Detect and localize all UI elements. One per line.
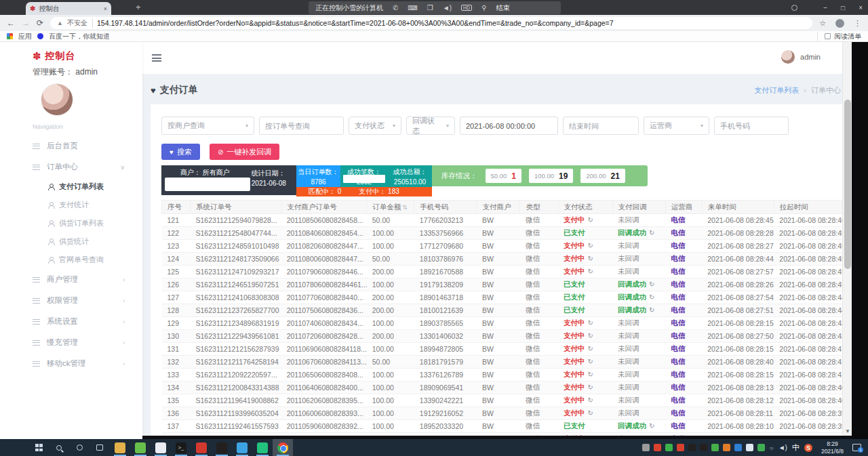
window-maximize-button[interactable]: □ bbox=[841, 4, 845, 12]
reload-button[interactable]: ⟳ bbox=[37, 18, 43, 28]
merchant-filter-select[interactable]: 按商户查询▾ bbox=[161, 117, 254, 135]
taskbar-green-app-button[interactable] bbox=[130, 439, 151, 456]
browser-tab[interactable]: ✽ 控制台 × bbox=[26, 2, 111, 15]
taskbar-terminal-button[interactable]: >_ bbox=[171, 439, 191, 456]
network-icon[interactable]: ⌔ bbox=[770, 444, 774, 452]
apps-grid-icon[interactable] bbox=[7, 33, 13, 39]
sogou-icon[interactable]: S bbox=[804, 444, 812, 452]
new-tab-button[interactable]: + bbox=[136, 2, 141, 12]
refresh-status-icon[interactable]: ↻ bbox=[588, 396, 593, 404]
sidebar-item-order-center[interactable]: 订单中心∨ bbox=[33, 157, 142, 178]
operator-select[interactable]: 运营商▾ bbox=[644, 117, 709, 135]
sidebar-item-merchant-mgmt[interactable]: 商户管理› bbox=[33, 269, 142, 290]
start-time-field[interactable] bbox=[466, 122, 552, 130]
hamburger-menu-icon[interactable] bbox=[152, 54, 161, 62]
sidebar-subitem-supply-order-list[interactable]: 供货订单列表 bbox=[33, 214, 142, 232]
browser-profile-avatar[interactable] bbox=[835, 19, 844, 28]
merchant-stat-input[interactable] bbox=[165, 178, 250, 191]
bookmark-baidu[interactable]: 百度一下，你就知道 bbox=[49, 32, 110, 41]
taskbar-qq-button[interactable] bbox=[212, 439, 232, 456]
back-button[interactable]: ← bbox=[7, 18, 15, 28]
ime-indicator[interactable]: 中 bbox=[792, 442, 800, 453]
resend-callback-button[interactable]: ⊘ 一键补发回调 bbox=[210, 144, 279, 160]
browser-menu-icon[interactable]: ⋮ bbox=[854, 19, 861, 28]
window-close-button[interactable]: × bbox=[859, 4, 863, 12]
task-view-button[interactable] bbox=[90, 439, 110, 456]
taskbar-chrome-button[interactable] bbox=[273, 439, 293, 456]
refresh-status-icon[interactable]: ↻ bbox=[588, 384, 593, 391]
taskbar-clock[interactable]: 8:292021/6/8 bbox=[821, 440, 844, 455]
refresh-status-icon[interactable]: ↻ bbox=[588, 332, 593, 339]
window-minimize-button[interactable]: − bbox=[823, 4, 827, 12]
taskbar-dice-app-button[interactable] bbox=[151, 439, 171, 456]
search-button[interactable]: ♥ 搜索 bbox=[161, 144, 200, 160]
sidebar-item-mobile-ck-mgmt[interactable]: 移动ck管理› bbox=[33, 353, 142, 374]
refresh-callback-icon[interactable]: ↻ bbox=[649, 293, 654, 301]
end-session-button[interactable]: 结束 bbox=[496, 3, 509, 13]
tray-app-icon-2[interactable] bbox=[665, 444, 673, 451]
phone-icon[interactable]: ✆ bbox=[393, 4, 398, 12]
order-no-input[interactable] bbox=[259, 117, 344, 135]
sidebar-subitem-pay-order-list[interactable]: 支付订单列表 bbox=[33, 178, 142, 196]
refresh-callback-icon[interactable]: ↻ bbox=[649, 229, 654, 236]
tray-app-icon-10[interactable] bbox=[757, 444, 765, 451]
pin-icon[interactable]: ⚲ bbox=[481, 4, 486, 12]
sidebar-subitem-pay-stats[interactable]: 支付统计 bbox=[33, 196, 142, 214]
tray-app-icon-9[interactable] bbox=[746, 444, 753, 451]
pay-status-select[interactable]: 支付状态▾ bbox=[349, 117, 401, 135]
phone-field[interactable] bbox=[720, 122, 783, 130]
refresh-status-icon[interactable]: ↻ bbox=[588, 409, 593, 417]
sidebar-item-permission-mgmt[interactable]: 权限管理› bbox=[33, 290, 142, 311]
start-time-input[interactable] bbox=[460, 117, 558, 135]
sidebar-item-dashboard[interactable]: 后台首页 bbox=[33, 136, 142, 157]
refresh-status-icon[interactable]: ↻ bbox=[588, 255, 593, 262]
refresh-status-icon[interactable]: ↻ bbox=[588, 319, 593, 327]
forward-button[interactable]: → bbox=[22, 18, 30, 28]
refresh-callback-icon[interactable]: ↻ bbox=[649, 306, 654, 314]
refresh-status-icon[interactable]: ↻ bbox=[588, 358, 593, 365]
refresh-status-icon[interactable]: ↻ bbox=[588, 216, 593, 224]
scroll-down-arrow-icon[interactable]: ▼ bbox=[845, 428, 850, 434]
refresh-callback-icon[interactable]: ↻ bbox=[649, 422, 654, 430]
end-time-input[interactable] bbox=[563, 117, 639, 135]
sidebar-subitem-supply-stats[interactable]: 供货统计 bbox=[33, 232, 142, 251]
apps-label[interactable]: 应用 bbox=[18, 32, 32, 41]
refresh-status-icon[interactable]: ↻ bbox=[588, 371, 593, 378]
tab-close-icon[interactable]: × bbox=[104, 5, 107, 12]
tray-app-icon-1[interactable] bbox=[654, 444, 661, 451]
reading-list-button[interactable]: 阅读清单 bbox=[817, 32, 861, 41]
volume-icon[interactable]: ◄) bbox=[778, 444, 787, 451]
keyboard-icon[interactable]: ⌨ bbox=[408, 4, 417, 12]
bookmark-star-icon[interactable]: ☆ bbox=[819, 19, 826, 28]
refresh-status-icon[interactable]: ↻ bbox=[588, 268, 593, 275]
callback-status-select[interactable]: 回调状态▾ bbox=[406, 117, 455, 135]
refresh-status-icon[interactable]: ↻ bbox=[588, 242, 593, 249]
fullscreen-icon[interactable]: ❐ bbox=[427, 4, 433, 12]
tray-app-icon-5[interactable] bbox=[700, 444, 707, 451]
notification-center-icon[interactable]: 1 bbox=[852, 444, 861, 451]
hd-quality-icon[interactable]: HD bbox=[461, 5, 472, 11]
header-user[interactable]: admin bbox=[781, 50, 821, 64]
taskbar-blue-bird-app-button[interactable] bbox=[232, 439, 252, 456]
start-button[interactable] bbox=[28, 439, 49, 456]
success-count-input[interactable] bbox=[343, 175, 385, 183]
cortana-button[interactable] bbox=[69, 439, 90, 456]
page-scrollbar[interactable]: ▼ bbox=[842, 42, 852, 436]
tray-app-icon-3[interactable] bbox=[677, 444, 684, 451]
refresh-status-icon[interactable]: ↻ bbox=[588, 345, 593, 352]
taskbar-green-play-app-button[interactable] bbox=[252, 439, 273, 456]
sort-icon[interactable]: ⇅ bbox=[402, 204, 408, 211]
tray-app-icon-7[interactable] bbox=[723, 444, 730, 451]
address-bar[interactable]: ▲ 不安全 154.197.48.141/admin/order/listOrd… bbox=[50, 17, 812, 29]
speaker-icon[interactable]: ◄) bbox=[443, 4, 452, 12]
tray-app-icon-0[interactable] bbox=[642, 444, 650, 451]
tray-app-icon-6[interactable] bbox=[711, 444, 719, 451]
sidebar-item-system-settings[interactable]: 系统设置› bbox=[33, 311, 142, 332]
security-label[interactable]: 不安全 bbox=[67, 18, 93, 28]
sidebar-item-slow-recharge-mgmt[interactable]: 慢充管理› bbox=[33, 332, 142, 353]
taskbar-search-button[interactable] bbox=[49, 439, 69, 456]
taskbar-file-explorer-button[interactable] bbox=[110, 439, 130, 456]
tray-app-icon-4[interactable] bbox=[688, 444, 696, 451]
tray-app-icon-8[interactable] bbox=[734, 444, 742, 451]
phone-input[interactable] bbox=[714, 117, 789, 135]
